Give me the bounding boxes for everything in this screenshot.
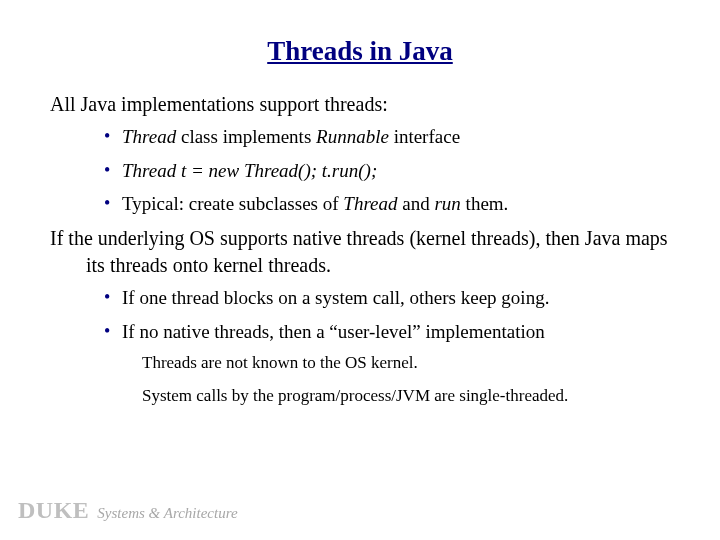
text-italic: Thread (122, 126, 176, 147)
slide-title: Threads in Java (50, 36, 670, 67)
paragraph-1: All Java implementations support threads… (50, 91, 670, 118)
text-italic: Thread (343, 193, 397, 214)
slide-body: All Java implementations support threads… (50, 91, 670, 408)
text: Typical: create subclasses of (122, 193, 343, 214)
bullet-list-1: Thread class implements Runnable interfa… (50, 124, 670, 217)
text: interface (389, 126, 460, 147)
text-italic: Thread t = new Thread(); t.run(); (122, 160, 377, 181)
bullet-item: If no native threads, then a “user-level… (104, 319, 670, 345)
sub-detail-line: Threads are not known to the OS kernel. (142, 352, 670, 375)
bullet-item: Thread class implements Runnable interfa… (104, 124, 670, 150)
slide: Threads in Java All Java implementations… (0, 0, 720, 540)
footer-subtitle: Systems & Architecture (97, 505, 237, 521)
text-italic: run (434, 193, 460, 214)
text: class implements (176, 126, 316, 147)
bullet-item: If one thread blocks on a system call, o… (104, 285, 670, 311)
bullet-list-2: If one thread blocks on a system call, o… (50, 285, 670, 344)
sub-detail-block: Threads are not known to the OS kernel. … (50, 352, 670, 408)
text-italic: Runnable (316, 126, 389, 147)
sub-detail-line: System calls by the program/process/JVM … (142, 385, 670, 408)
bullet-item: Thread t = new Thread(); t.run(); (104, 158, 670, 184)
footer: DUKE Systems & Architecture (18, 497, 238, 524)
bullet-item: Typical: create subclasses of Thread and… (104, 191, 670, 217)
paragraph-2: If the underlying OS supports native thr… (50, 225, 670, 279)
text: them. (461, 193, 509, 214)
text: and (398, 193, 435, 214)
footer-logo-text: DUKE (18, 497, 89, 524)
